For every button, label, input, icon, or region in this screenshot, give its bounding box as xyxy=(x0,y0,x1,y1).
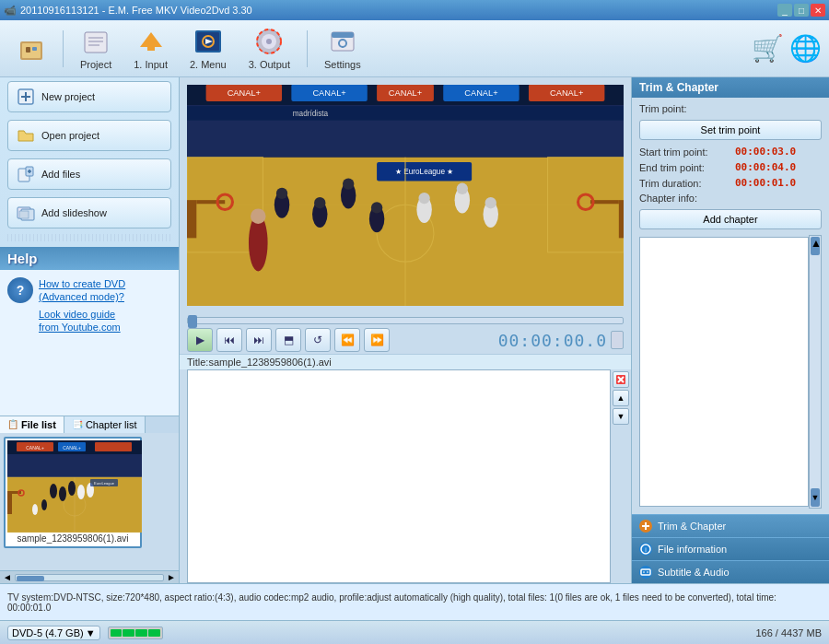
remove-file-button[interactable] xyxy=(613,371,629,388)
output-icon xyxy=(254,27,284,56)
bottom-bar: DVD-5 (4.7 GB) ▼ 166 / 4437 MB xyxy=(0,620,829,644)
new-project-label: New project xyxy=(41,91,95,102)
toolbar-sep-1 xyxy=(63,30,64,67)
toolbar-settings-label: Settings xyxy=(324,59,361,70)
trim-chapter-icon xyxy=(639,520,652,533)
globe-icon[interactable]: 🌐 xyxy=(789,33,822,64)
svg-rect-2 xyxy=(26,47,30,53)
open-project-icon xyxy=(16,125,36,146)
video-title-bar: Title:sample_1238959806(1).avi xyxy=(180,354,631,369)
chapter-scroll-up[interactable]: ▲ xyxy=(811,237,820,255)
next-chapter-button[interactable]: ⏭ xyxy=(246,328,272,352)
trim-point-label: Trim point: xyxy=(639,103,731,114)
trim-duration-row: Trim duration: 00:00:01.0 xyxy=(639,177,822,189)
center-file-list-area: ▲ ▼ xyxy=(180,369,631,583)
help-content: ? How to create DVD(Advanced mode)? Look… xyxy=(0,270,179,416)
prev-chapter-button[interactable]: ⏮ xyxy=(216,328,242,352)
chapter-scroll-down[interactable]: ▼ xyxy=(811,488,820,507)
svg-point-49 xyxy=(77,485,85,499)
horizontal-scrollbar[interactable]: ◄ ► xyxy=(0,570,179,583)
move-down-button[interactable]: ▼ xyxy=(613,408,629,425)
minimize-button[interactable]: _ xyxy=(777,4,792,17)
rewind-button[interactable]: ↺ xyxy=(305,328,331,352)
right-bottom-tabs: Trim & Chapter i File information xyxy=(632,514,829,583)
toolbar-output[interactable]: 3. Output xyxy=(239,23,299,74)
svg-point-89 xyxy=(418,193,429,204)
fast-back-button[interactable]: ⏪ xyxy=(334,328,360,352)
maximize-button[interactable]: □ xyxy=(794,4,809,17)
end-trim-row: End trim point: 00:00:04.0 xyxy=(639,161,822,173)
file-chapter-tabs: 📋 File list 📑 Chapter list xyxy=(0,416,179,433)
main-area: New project Open project Add files xyxy=(0,77,829,583)
chapter-scrollbar[interactable]: ▲ ▼ xyxy=(809,235,822,509)
start-trim-label: Start trim point: xyxy=(639,146,731,158)
svg-marker-8 xyxy=(140,32,162,47)
right-panel-title: Trim & Chapter xyxy=(639,81,718,94)
svg-point-16 xyxy=(266,39,272,44)
storage-info: 166 / 4437 MB xyxy=(755,627,822,638)
mark-in-button[interactable]: ⬒ xyxy=(275,328,301,352)
svg-point-93 xyxy=(485,197,496,208)
scroll-right-arrow[interactable]: ► xyxy=(164,572,179,582)
svg-rect-19 xyxy=(332,32,354,38)
chapter-scroll-track[interactable] xyxy=(810,256,821,487)
toolbar-input[interactable]: 1. Input xyxy=(124,23,177,74)
trim-chapter-tab[interactable]: Trim & Chapter xyxy=(632,514,829,537)
scroll-track[interactable] xyxy=(15,574,164,581)
dvd-size-dropdown-arrow[interactable]: ▼ xyxy=(86,627,96,638)
add-files-button[interactable]: Add files xyxy=(7,158,171,190)
help-header: Help xyxy=(0,247,179,270)
playback-controls: ▶ ⏮ ⏭ ⬒ ↺ ⏪ ⏩ 00:00:00.0 xyxy=(180,326,631,354)
add-chapter-button[interactable]: Add chapter xyxy=(639,209,822,229)
add-slideshow-button[interactable]: Add slideshow xyxy=(7,197,171,228)
svg-rect-41 xyxy=(95,442,132,451)
svg-rect-100 xyxy=(590,200,619,204)
open-project-button[interactable]: Open project xyxy=(7,120,171,151)
subtitle-audio-tab[interactable]: Subtitle & Audio xyxy=(632,560,829,583)
thumbnail-image: CANAL+ CANAL+ xyxy=(7,440,142,533)
fast-fwd-button[interactable]: ⏩ xyxy=(364,328,390,352)
svg-point-87 xyxy=(371,202,382,213)
close-button[interactable]: ✕ xyxy=(811,4,825,17)
add-slideshow-label: Add slideshow xyxy=(41,207,107,218)
file-list-tab[interactable]: 📋 File list xyxy=(0,416,64,433)
toolbar-project[interactable]: Project xyxy=(71,23,121,74)
add-slideshow-icon xyxy=(16,203,36,223)
toolbar-output-label: 3. Output xyxy=(249,59,290,70)
move-up-button[interactable]: ▲ xyxy=(613,390,629,406)
file-thumbnail[interactable]: CANAL+ CANAL+ xyxy=(4,437,142,548)
new-project-button[interactable]: New project xyxy=(7,81,171,112)
toolbar-home[interactable] xyxy=(7,30,55,67)
play-button[interactable]: ▶ xyxy=(187,328,213,352)
chapter-list-tab[interactable]: 📑 Chapter list xyxy=(64,416,146,433)
toolbar-settings[interactable]: Settings xyxy=(315,23,370,74)
set-trim-button[interactable]: Set trim point xyxy=(639,120,822,140)
dvd-size-selector[interactable]: DVD-5 (4.7 GB) ▼ xyxy=(7,626,100,640)
volume-slider[interactable] xyxy=(611,331,624,349)
seek-bar[interactable] xyxy=(187,317,624,324)
toolbar-menu[interactable]: 2. Menu xyxy=(181,23,236,74)
svg-rect-55 xyxy=(7,491,12,514)
toolbar-input-label: 1. Input xyxy=(134,59,168,70)
seek-handle[interactable] xyxy=(188,315,197,328)
scroll-left-arrow[interactable]: ◄ xyxy=(0,572,15,582)
svg-text:CANAL+: CANAL+ xyxy=(26,445,44,451)
howto-dvd-link[interactable]: How to create DVD(Advanced mode)? xyxy=(39,277,125,304)
file-information-icon: i xyxy=(639,543,652,556)
app-icon: 📹 xyxy=(4,5,17,17)
youtube-link[interactable]: Look video guidefrom Youtube.com xyxy=(39,308,125,334)
status-bar: TV system:DVD-NTSC, size:720*480, aspect… xyxy=(0,583,829,620)
svg-point-47 xyxy=(59,486,66,501)
svg-rect-109 xyxy=(641,569,650,575)
svg-rect-9 xyxy=(147,47,155,51)
subtitle-audio-icon xyxy=(639,566,652,579)
cart-icon[interactable]: 🛒 xyxy=(752,33,784,64)
file-information-tab[interactable]: i File information xyxy=(632,537,829,560)
input-icon xyxy=(136,27,166,56)
side-buttons: ▲ ▼ xyxy=(611,369,631,583)
left-panel: New project Open project Add files xyxy=(0,77,180,583)
scroll-thumb[interactable] xyxy=(17,576,44,581)
svg-point-51 xyxy=(41,499,47,510)
seek-bar-area xyxy=(180,313,631,326)
settings-icon xyxy=(328,27,357,56)
